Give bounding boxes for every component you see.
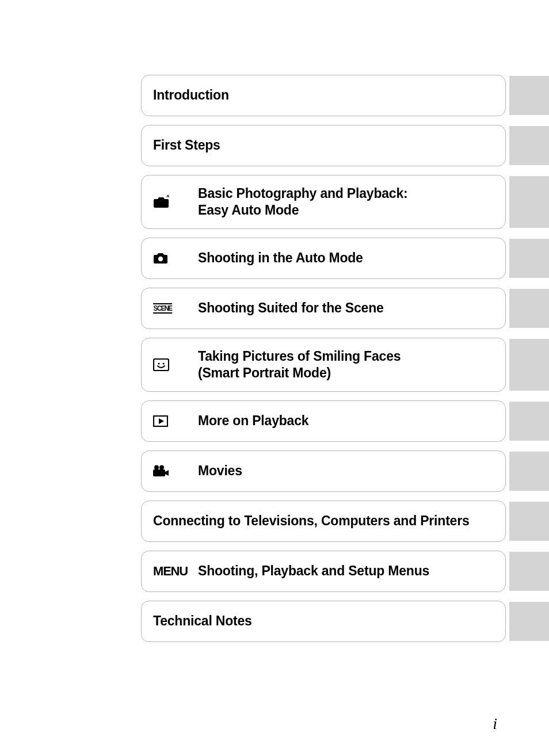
play-icon [153, 415, 168, 427]
toc-tab[interactable] [509, 176, 549, 228]
toc-item-label: Shooting Suited for the Scene [198, 300, 500, 316]
camera-icon [153, 252, 168, 265]
smile-icon-cell [153, 358, 198, 371]
toc-item[interactable]: Basic Photography and Playback:Easy Auto… [141, 175, 506, 229]
toc-row: Introduction [141, 75, 549, 116]
svg-point-0 [158, 257, 163, 261]
movie-icon [153, 465, 169, 478]
svg-point-5 [154, 465, 159, 470]
svg-point-3 [162, 362, 164, 364]
toc-tab[interactable] [509, 126, 549, 165]
easy-auto-icon-cell [153, 195, 198, 209]
toc-tab[interactable] [509, 452, 549, 491]
toc-row: First Steps [141, 125, 549, 166]
play-icon-cell [153, 415, 198, 427]
movie-icon-cell [153, 465, 198, 478]
svg-point-2 [158, 362, 159, 364]
toc-item[interactable]: SCENEShooting Suited for the Scene [141, 288, 506, 329]
toc-item-label: Movies [198, 463, 500, 479]
toc-row: Connecting to Televisions, Computers and… [141, 501, 549, 542]
toc-item[interactable]: More on Playback [141, 400, 506, 442]
camera-icon-cell [153, 252, 198, 265]
toc-item-label: Taking Pictures of Smiling Faces(Smart P… [198, 348, 500, 382]
svg-point-6 [159, 465, 164, 470]
toc-row: Basic Photography and Playback:Easy Auto… [141, 175, 549, 229]
menu-icon-cell: MENU [153, 564, 198, 579]
toc-item[interactable]: Movies [141, 450, 506, 492]
toc-item-label: Technical Notes [153, 613, 500, 629]
toc-row: SCENEShooting Suited for the Scene [141, 288, 549, 329]
toc-item[interactable]: MENUShooting, Playback and Setup Menus [141, 551, 506, 592]
page-number: i [493, 715, 497, 733]
toc-row: MENUShooting, Playback and Setup Menus [141, 551, 549, 592]
toc-tab[interactable] [509, 339, 549, 391]
toc-row: Shooting in the Auto Mode [141, 238, 549, 279]
toc-item-label: First Steps [153, 137, 500, 154]
toc-tab[interactable] [509, 289, 549, 328]
toc-row: Taking Pictures of Smiling Faces(Smart P… [141, 338, 549, 392]
toc-row: Movies [141, 450, 549, 492]
toc-item-label: Connecting to Televisions, Computers and… [153, 513, 500, 529]
toc-row: Technical Notes [141, 601, 549, 642]
toc-row: More on Playback [141, 400, 549, 442]
toc-item-label: Shooting in the Auto Mode [198, 250, 500, 266]
menu-icon: MENU [153, 564, 188, 579]
toc-item-label: Introduction [153, 87, 500, 104]
toc-item[interactable]: Taking Pictures of Smiling Faces(Smart P… [141, 338, 506, 392]
easy-auto-icon [153, 195, 169, 209]
toc-item-label: Basic Photography and Playback:Easy Auto… [198, 185, 500, 219]
toc-tab[interactable] [509, 239, 549, 278]
toc-item[interactable]: First Steps [141, 125, 506, 166]
toc-item[interactable]: Connecting to Televisions, Computers and… [141, 501, 506, 542]
svg-rect-1 [154, 359, 169, 371]
toc-item[interactable]: Technical Notes [141, 601, 506, 642]
scene-icon: SCENE [153, 303, 172, 314]
scene-icon-cell: SCENE [153, 303, 198, 314]
toc-item[interactable]: Introduction [141, 75, 506, 116]
smile-icon [153, 358, 169, 371]
toc-item-label: More on Playback [198, 413, 500, 429]
toc-container: IntroductionFirst StepsBasic Photography… [141, 75, 549, 651]
toc-tab[interactable] [509, 402, 549, 441]
toc-item[interactable]: Shooting in the Auto Mode [141, 238, 506, 279]
toc-tab[interactable] [509, 552, 549, 591]
toc-tab[interactable] [509, 602, 549, 641]
toc-item-label: Shooting, Playback and Setup Menus [198, 563, 500, 579]
toc-tab[interactable] [509, 502, 549, 541]
toc-tab[interactable] [509, 76, 549, 115]
